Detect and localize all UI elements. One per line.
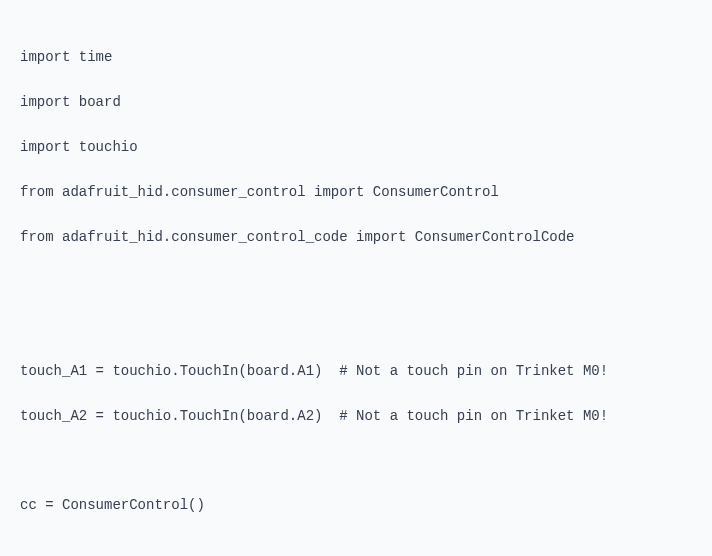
code-line: from adafruit_hid.consumer_control_code … bbox=[20, 226, 692, 248]
code-line bbox=[20, 315, 692, 337]
code-line: from adafruit_hid.consumer_control impor… bbox=[20, 181, 692, 203]
code-line: cc = ConsumerControl() bbox=[20, 494, 692, 516]
code-line: touch_A1 = touchio.TouchIn(board.A1) # N… bbox=[20, 360, 692, 382]
code-line: import time bbox=[20, 46, 692, 68]
code-line bbox=[20, 449, 692, 471]
code-line: import touchio bbox=[20, 136, 692, 158]
code-line bbox=[20, 270, 692, 292]
code-line: touch_A2 = touchio.TouchIn(board.A2) # N… bbox=[20, 405, 692, 427]
code-line bbox=[20, 539, 692, 556]
code-line: import board bbox=[20, 91, 692, 113]
code-block: import time import board import touchio … bbox=[20, 24, 692, 556]
